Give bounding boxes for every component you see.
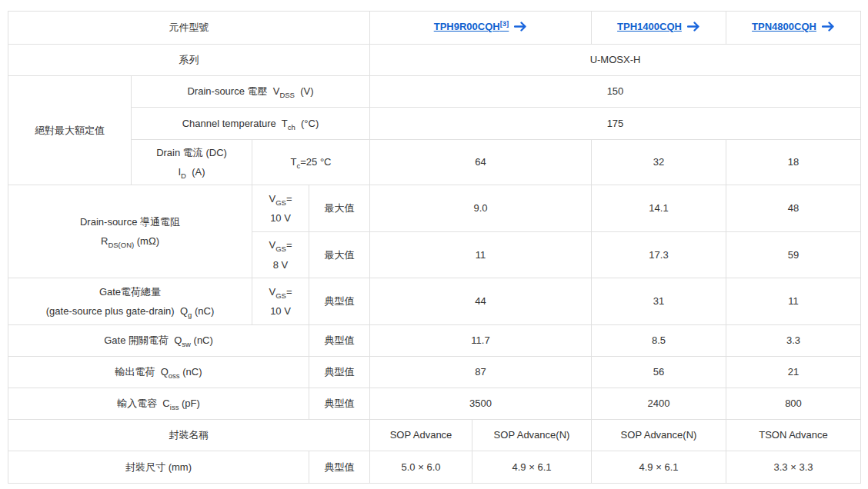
package-name-cell: SOP Advance	[370, 420, 472, 451]
value-cell: 8.5	[592, 325, 726, 357]
condition-cell: Tc=25 °C	[252, 140, 370, 185]
comparison-page: 元件型號 TPH9R00CQH[3] TPH1400CQH TPN4800CQH…	[0, 0, 868, 489]
spec-table: 元件型號 TPH9R00CQH[3] TPH1400CQH TPN4800CQH…	[8, 11, 861, 484]
table-row: Gate 開關電荷 Qsw (nC) 典型值 11.7 8.5 3.3	[8, 325, 861, 357]
package-size-cell: 5.0 × 6.0	[370, 451, 472, 484]
arrow-right-icon	[687, 18, 700, 38]
condition-cell: VGS=8 V	[252, 232, 309, 278]
part-number-cell: TPH1400CQH	[592, 12, 726, 45]
table-row: Drain-source 導通電阻RDS(ON) (mΩ) VGS=10 V 最…	[8, 185, 861, 232]
value-type-cell: 典型值	[309, 325, 370, 357]
group-label-abs-max: 絕對最大額定值	[8, 76, 132, 185]
part-number-link[interactable]: TPN4800CQH	[752, 21, 816, 32]
table-row: 系列 U-MOSX-H	[8, 45, 861, 76]
part-number-cell: TPN4800CQH	[726, 12, 861, 45]
value-cell: 3.3	[726, 325, 861, 357]
value-type-cell: 典型值	[309, 357, 370, 388]
table-row: 封裝名稱 SOP Advance SOP Advance(N) SOP Adva…	[8, 420, 861, 451]
row-label-part-number: 元件型號	[8, 12, 370, 45]
value-cell: 48	[726, 185, 861, 232]
value-cell: 11	[370, 232, 592, 278]
part-number-link[interactable]: TPH1400CQH	[617, 21, 682, 32]
value-cell: 18	[726, 140, 861, 185]
value-type-cell: 典型值	[309, 451, 370, 484]
part-number-cell: TPH9R00CQH[3]	[370, 12, 592, 45]
row-label-package-name: 封裝名稱	[8, 420, 370, 451]
table-row: 輸出電荷 Qoss (nC) 典型值 87 56 21	[8, 357, 861, 388]
value-type-cell: 典型值	[309, 278, 370, 325]
value-cell: 2400	[592, 388, 726, 420]
package-name-cell: SOP Advance(N)	[472, 420, 592, 451]
value-cell: 11.7	[370, 325, 592, 357]
table-row: Channel temperature Tch (°C) 175	[8, 108, 861, 140]
value-cell: 64	[370, 140, 592, 185]
value-cell: 800	[726, 388, 861, 420]
package-size-cell: 3.3 × 3.3	[726, 451, 861, 484]
table-row: Gate電荷總量(gate-source plus gate-drain) Qg…	[8, 278, 861, 325]
arrow-right-icon	[514, 18, 527, 38]
value-cell: 9.0	[370, 185, 592, 232]
arrow-right-icon	[822, 18, 835, 38]
value-cell: 56	[592, 357, 726, 388]
value-cell: 44	[370, 278, 592, 325]
table-row: 封裝尺寸 (mm) 典型值 5.0 × 6.0 4.9 × 6.1 4.9 × …	[8, 451, 861, 484]
part-number-text: TPH1400CQH	[617, 21, 682, 32]
value-type-cell: 最大值	[309, 232, 370, 278]
value-cell: 17.3	[592, 232, 726, 278]
value-type-cell: 最大值	[309, 185, 370, 232]
table-row: 輸入電容 Ciss (pF) 典型值 3500 2400 800	[8, 388, 861, 420]
value-cell: 175	[370, 108, 861, 140]
row-label-series: 系列	[8, 45, 370, 76]
package-size-cell: 4.9 × 6.1	[472, 451, 592, 484]
value-cell: 150	[370, 76, 861, 108]
part-number-text: TPH9R00CQH	[434, 21, 500, 32]
part-number-link[interactable]: TPH9R00CQH[3]	[434, 21, 509, 32]
row-label-qsw: Gate 開關電荷 Qsw (nC)	[8, 325, 309, 357]
package-name-cell: SOP Advance(N)	[592, 420, 726, 451]
value-cell: 3500	[370, 388, 592, 420]
table-row: 元件型號 TPH9R00CQH[3] TPH1400CQH TPN4800CQH	[8, 12, 861, 45]
table-row: 絕對最大額定值 Drain-source 電壓 VDSS (V) 150	[8, 76, 861, 108]
row-label-tch: Channel temperature Tch (°C)	[132, 108, 370, 140]
value-cell: 32	[592, 140, 726, 185]
package-name-cell: TSON Advance	[726, 420, 861, 451]
row-label-package-size: 封裝尺寸 (mm)	[8, 451, 309, 484]
table-row: Drain 電流 (DC)ID (A) Tc=25 °C 64 32 18	[8, 140, 861, 185]
value-type-cell: 典型值	[309, 388, 370, 420]
value-cell: 11	[726, 278, 861, 325]
value-cell: 31	[592, 278, 726, 325]
row-label-qg: Gate電荷總量(gate-source plus gate-drain) Qg…	[8, 278, 252, 325]
row-label-ciss: 輸入電容 Ciss (pF)	[8, 388, 309, 420]
value-cell: 21	[726, 357, 861, 388]
part-number-text: TPN4800CQH	[752, 21, 816, 32]
condition-cell: VGS=10 V	[252, 278, 309, 325]
row-label-rdson: Drain-source 導通電阻RDS(ON) (mΩ)	[8, 185, 252, 278]
series-value-cell: U-MOSX-H	[370, 45, 861, 76]
row-label-vdss: Drain-source 電壓 VDSS (V)	[132, 76, 370, 108]
value-cell: 59	[726, 232, 861, 278]
package-size-cell: 4.9 × 6.1	[592, 451, 726, 484]
footnote-ref: [3]	[500, 19, 509, 28]
value-cell: 87	[370, 357, 592, 388]
value-cell: 14.1	[592, 185, 726, 232]
condition-cell: VGS=10 V	[252, 185, 309, 232]
row-label-qoss: 輸出電荷 Qoss (nC)	[8, 357, 309, 388]
row-label-id: Drain 電流 (DC)ID (A)	[132, 140, 252, 185]
